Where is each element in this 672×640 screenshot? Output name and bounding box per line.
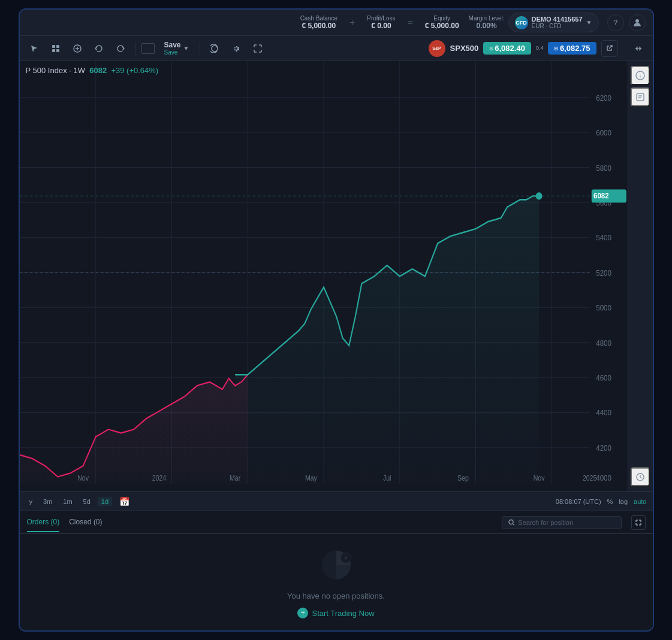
search-position-input[interactable]: [518, 519, 614, 526]
info-panel-button[interactable]: i: [631, 66, 650, 85]
profit-loss-value: € 0.00: [371, 22, 391, 30]
save-chevron-icon: ▼: [183, 45, 189, 52]
toolbar: Save Save ▼ S&P SPX500 S 6,082.40: [20, 36, 653, 61]
chart-symbol-label: P 500 Index · 1W 6082 +39 (+0.64%): [26, 66, 159, 75]
svg-rect-3: [52, 49, 55, 52]
fullscreen-button[interactable]: [249, 40, 266, 57]
spread-info: 0.4: [536, 45, 544, 52]
scale-auto-button[interactable]: auto: [634, 498, 646, 505]
timeline-bar: y 3m 1m 5d 1d 📅 08:08:07 (UTC) % log aut…: [20, 491, 653, 511]
no-positions-icon: [317, 546, 355, 584]
svg-point-56: [508, 520, 513, 524]
empty-state: You have no open positions. + Start Trad…: [20, 534, 653, 630]
separator-1: +: [347, 17, 357, 28]
equity-block: Equity € 5,000.00: [425, 15, 459, 30]
svg-point-0: [635, 19, 639, 23]
svg-text:2025: 2025: [582, 474, 596, 482]
buy-label: B: [554, 46, 558, 52]
chevron-down-icon: ▼: [586, 19, 592, 26]
save-label: Save: [164, 41, 181, 49]
expand-button[interactable]: [631, 515, 646, 530]
shape-tool-button[interactable]: [141, 43, 155, 54]
calendar-button[interactable]: 📅: [116, 496, 133, 508]
demo-account-info: DEMO 41415657 EUR · CFD: [532, 16, 583, 29]
equity-value: € 5,000.00: [425, 22, 459, 30]
sell-price-value: 6,082.40: [495, 44, 525, 53]
clock-icon-button[interactable]: [631, 467, 650, 487]
svg-text:4000: 4000: [596, 473, 611, 482]
interval-1d-button[interactable]: 1d: [98, 497, 112, 506]
top-bar: Cash Balance € 5,000.00 + Profit/Loss € …: [20, 10, 653, 36]
save-dropdown-button[interactable]: Save Save ▼: [159, 38, 194, 58]
toolbar-divider: [135, 43, 135, 55]
tab-closed[interactable]: Closed (0): [69, 513, 102, 532]
svg-text:4800: 4800: [596, 339, 611, 348]
bottom-tabs: Orders (0) Closed (0): [20, 511, 653, 534]
search-icon: [508, 519, 515, 526]
refresh-button[interactable]: [206, 40, 223, 57]
toolbar-divider-2: [200, 43, 200, 55]
orders-panel-button[interactable]: [631, 87, 650, 107]
svg-text:May: May: [305, 474, 317, 482]
user-button[interactable]: [629, 14, 646, 31]
svg-text:6082: 6082: [593, 191, 608, 200]
tab-orders[interactable]: Orders (0): [27, 513, 60, 532]
help-button[interactable]: ?: [607, 14, 624, 31]
arrows-button[interactable]: [630, 40, 647, 57]
equity-label: Equity: [433, 15, 450, 22]
settings-button[interactable]: [228, 40, 245, 57]
symbol-name: SPX500: [450, 44, 479, 53]
chart-main[interactable]: P 500 Index · 1W 6082 +39 (+0.64%): [20, 61, 628, 491]
profit-loss-block: Profit/Loss € 0.00: [367, 15, 395, 30]
demo-account-label: DEMO 41415657: [532, 16, 583, 23]
interval-1m-button[interactable]: 1m: [59, 497, 76, 506]
account-info: Cash Balance € 5,000.00 + Profit/Loss € …: [300, 15, 505, 30]
cash-balance-block: Cash Balance € 5,000.00: [300, 15, 337, 30]
save-sub-label: Save: [164, 49, 181, 56]
symbol-area: S&P SPX500 S 6,082.40 0.4 B 6,082.75: [429, 40, 618, 57]
cash-balance-label: Cash Balance: [300, 15, 337, 22]
interval-3m-button[interactable]: 3m: [40, 497, 56, 506]
plus-circle-icon: +: [297, 608, 308, 618]
chart-symbol-full: P 500 Index · 1W: [26, 66, 86, 75]
start-trading-button[interactable]: + Start Trading Now: [297, 608, 374, 618]
svg-rect-52: [637, 93, 644, 101]
svg-rect-2: [56, 45, 59, 48]
chart-change: +39 (+0.64%): [111, 66, 158, 75]
interval-5d-button[interactable]: 5d: [80, 497, 94, 506]
buy-price-value: 6,082.75: [560, 44, 590, 53]
chart-price: 6082: [89, 66, 107, 75]
demo-account-badge[interactable]: CFD DEMO 41415657 EUR · CFD ▼: [508, 13, 599, 32]
scale-pct-button[interactable]: %: [607, 498, 613, 505]
right-panel: i: [628, 61, 653, 491]
app-container: Cash Balance € 5,000.00 + Profit/Loss € …: [19, 8, 654, 632]
sell-price-button[interactable]: S 6,082.40: [483, 42, 531, 55]
scale-log-button[interactable]: log: [619, 498, 628, 505]
cash-balance-value: € 5,000.00: [302, 22, 336, 30]
separator-2: =: [405, 17, 415, 28]
svg-rect-1: [52, 45, 55, 48]
search-position-container: [502, 516, 622, 529]
bottom-panel: Orders (0) Closed (0): [20, 511, 653, 630]
undo-button[interactable]: [91, 40, 107, 57]
chart-svg: 6200 6000 5800 5600 5400 5200 5000 4800 …: [20, 61, 628, 491]
svg-rect-4: [56, 49, 59, 52]
svg-text:Mar: Mar: [230, 474, 240, 482]
cursor-tool-button[interactable]: [26, 40, 43, 57]
layout-button[interactable]: [47, 40, 64, 57]
start-trading-label: Start Trading Now: [312, 609, 374, 618]
no-positions-text: You have no open positions.: [287, 591, 385, 600]
svg-text:5400: 5400: [596, 234, 611, 243]
demo-avatar: CFD: [515, 16, 528, 29]
profit-loss-label: Profit/Loss: [367, 15, 395, 22]
external-link-button[interactable]: [601, 40, 618, 57]
svg-text:6000: 6000: [596, 128, 611, 137]
add-indicator-button[interactable]: [69, 40, 86, 57]
interval-y-button[interactable]: y: [26, 497, 37, 506]
svg-text:Nov: Nov: [77, 474, 89, 482]
save-labels: Save Save: [164, 41, 181, 56]
buy-price-button[interactable]: B 6,082.75: [548, 42, 596, 55]
time-info: 08:08:07 (UTC) % log auto: [556, 498, 647, 505]
sell-label: S: [489, 46, 493, 52]
redo-button[interactable]: [112, 40, 129, 57]
